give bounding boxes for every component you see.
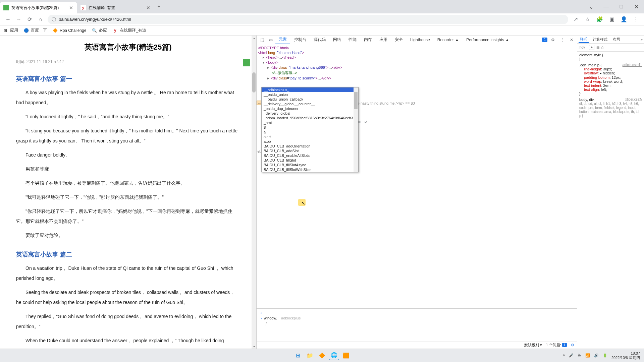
styles-rules[interactable]: element.style {} article.css:41 .con_mai… — [577, 52, 644, 349]
autocomplete-item[interactable]: _baidu_dup_jobruner — [262, 106, 358, 111]
dom-tree[interactable]: <!DOCTYPE html> <html lang="zh-cmn-Hans"… — [257, 44, 577, 308]
issues-link[interactable]: 1 个问题: 1 — [546, 343, 567, 348]
new-tab-button[interactable]: + — [154, 2, 164, 11]
bookmark-item[interactable]: y在线翻译_有道 — [112, 27, 146, 33]
source-link[interactable]: article.css:41 — [623, 63, 642, 67]
volume-icon[interactable]: 🔊 — [594, 353, 599, 358]
bookmark-item[interactable]: 🔵百度一下 — [23, 27, 47, 33]
scroll-up-icon[interactable]: ▴ — [252, 36, 256, 40]
tab-sources[interactable]: 源代码 — [310, 36, 329, 44]
autocomplete-item[interactable]: BAIDU_CLB_addSlot — [262, 148, 358, 153]
issues-badge[interactable]: 1 — [542, 38, 547, 42]
chevron-down-icon[interactable]: ⌄ — [584, 2, 599, 12]
minimize-button[interactable]: — — [599, 2, 614, 12]
tab-application[interactable]: 应用 — [376, 36, 391, 44]
tray-overflow-icon[interactable]: ^ — [563, 354, 565, 358]
settings-gear-icon[interactable]: ⚙ — [549, 36, 557, 44]
bookmark-item[interactable]: 🔶Rpa Challenge — [52, 28, 86, 33]
dom-node[interactable]: ▸<div class="marks tanchuang666">…</div> — [258, 65, 576, 70]
hov-toggle[interactable]: :hov — [579, 46, 585, 49]
dom-node[interactable]: <!DOCTYPE html> — [258, 46, 576, 50]
scrollbar-thumb[interactable] — [252, 72, 256, 93]
browser-tab[interactable]: y 在线翻译_有道 ✕ — [77, 2, 154, 13]
tab-performance[interactable]: 性能 — [345, 36, 360, 44]
autocomplete-item[interactable]: BAIDU_CLB_addOrientation — [262, 144, 358, 148]
scrollbar-track[interactable]: ▴ ▾ — [252, 36, 256, 349]
tab-recorder[interactable]: Recorder ▲ — [434, 36, 463, 44]
bookmark-item[interactable]: 🔍必应 — [92, 27, 107, 33]
tab-security[interactable]: 安全 — [391, 36, 406, 44]
ime-indicator[interactable]: 英 — [578, 353, 581, 358]
site-info-icon[interactable]: ⓘ — [52, 16, 56, 22]
dom-comment[interactable]: <!--微信客服--> — [258, 70, 576, 76]
breadcrumb-item[interactable]: p — [365, 119, 367, 123]
forward-button[interactable]: → — [13, 14, 24, 25]
new-rule-button[interactable]: + — [589, 45, 594, 50]
source-link[interactable]: xtiper.css:5 — [625, 98, 642, 101]
app-icon[interactable]: 🔶 — [317, 351, 327, 360]
scroll-down-icon[interactable]: ▾ — [252, 344, 256, 349]
clock[interactable]: 18:07 2022/10/6 星期四 — [611, 351, 640, 360]
tab-console[interactable]: 控制台 — [291, 36, 310, 44]
extensions-icon[interactable]: 🧩 — [594, 14, 605, 25]
more-menu-icon[interactable]: ⋮ — [558, 36, 566, 44]
tab-perf-insights[interactable]: Performance insights ▲ — [463, 36, 513, 44]
dom-node[interactable]: ▾<body> — [258, 60, 576, 65]
maximize-button[interactable]: □ — [614, 2, 629, 12]
tab-elements[interactable]: 元素 — [275, 35, 290, 44]
print-icon[interactable]: ⎙ — [601, 46, 603, 49]
box-model-icon[interactable]: ▦ — [596, 46, 599, 49]
close-button[interactable]: ✕ — [629, 2, 644, 12]
autocomplete-item[interactable]: __delivery__global__counter__ — [262, 102, 358, 106]
chrome-icon[interactable]: 🌐 — [329, 351, 339, 360]
tab-close-icon[interactable]: ✕ — [146, 5, 151, 10]
autocomplete-item[interactable]: __baidu_union_callback — [262, 97, 358, 102]
autocomplete-popup[interactable]: __adblockplus_ __baidu_union __baidu_uni… — [261, 87, 359, 172]
profile-icon[interactable]: 👤 — [619, 14, 629, 25]
apps-shortcut[interactable]: ⊞应用 — [3, 27, 18, 33]
start-button[interactable]: ⊞ — [293, 351, 303, 360]
autocomplete-item[interactable]: __adblockplus_ — [262, 87, 358, 92]
tab-close-icon[interactable]: ✕ — [68, 5, 74, 10]
style-rule[interactable]: article.css:41 .con_main p { line-height… — [579, 63, 642, 96]
style-rule[interactable]: element.style {} — [579, 53, 642, 61]
menu-icon[interactable]: ⋮ — [631, 14, 641, 25]
bookmark-star-icon[interactable]: ☆ — [582, 14, 593, 25]
more-icon[interactable]: » — [641, 38, 643, 42]
autocomplete-item[interactable]: BAIDU_CLB_fillSlotAsync — [262, 163, 358, 167]
tab-lighthouse[interactable]: Lighthouse — [407, 36, 433, 44]
style-rule[interactable]: xtiper.css:5 body, div, dl, dt, dd, ul, … — [579, 98, 642, 118]
autocomplete-item[interactable]: BAIDU_CLB_fillSlotWithSize — [262, 167, 358, 172]
inspect-element-icon[interactable]: ⬚ — [258, 36, 266, 44]
autocomplete-item[interactable]: BAIDU_CLB_enableAllSlots — [262, 153, 358, 158]
app-icon[interactable]: 🟧 — [341, 351, 351, 360]
tab-styles[interactable]: 样式 — [579, 36, 589, 43]
close-devtools-icon[interactable]: ✕ — [568, 36, 576, 44]
autocomplete-item[interactable]: alert — [262, 134, 358, 139]
console-input[interactable]: › window.__adblockplus_ — [258, 315, 576, 321]
device-toggle-icon[interactable]: ▭ — [267, 36, 275, 44]
console-settings-icon[interactable]: ⚙ — [571, 343, 574, 347]
autocomplete-item[interactable]: __baidu_union — [262, 92, 358, 97]
autocomplete-item[interactable]: atob — [262, 139, 358, 144]
file-explorer-icon[interactable]: 📁 — [305, 351, 315, 360]
scrollbar-thumb[interactable] — [354, 92, 358, 109]
browser-tab-active[interactable]: 英语寓言小故事(精选25篇) ✕ — [0, 2, 77, 13]
wifi-icon[interactable]: 📶 — [585, 353, 590, 358]
url-input[interactable]: ⓘ baihuawen.cn/yingyu/xuexi/7426.html — [48, 15, 568, 24]
tab-network[interactable]: 网络 — [330, 36, 344, 44]
autocomplete-item[interactable]: a — [262, 130, 358, 134]
autocomplete-item[interactable]: _delivery_global_ — [262, 111, 358, 116]
autocomplete-item[interactable]: _hmt — [262, 120, 358, 125]
mic-icon[interactable]: 🎤 — [569, 353, 574, 358]
dom-node[interactable]: ▸<div class="pay_tc scanhy">…</div> — [258, 76, 576, 81]
tab-computed[interactable]: 计算样式 — [591, 36, 609, 43]
log-level-dropdown[interactable]: 默认级别 ▾ — [524, 343, 542, 348]
tab-layout[interactable]: 布局 — [611, 36, 622, 43]
battery-icon[interactable]: 🔋 — [603, 353, 607, 358]
dom-node[interactable]: ▸<head>…</head> — [258, 55, 576, 60]
sidepanel-icon[interactable]: ▣ — [606, 14, 617, 25]
tab-memory[interactable]: 内存 — [361, 36, 375, 44]
dom-node[interactable]: <html lang="zh-cmn-Hans"> — [258, 50, 576, 55]
share-icon[interactable]: ↗ — [570, 14, 581, 25]
